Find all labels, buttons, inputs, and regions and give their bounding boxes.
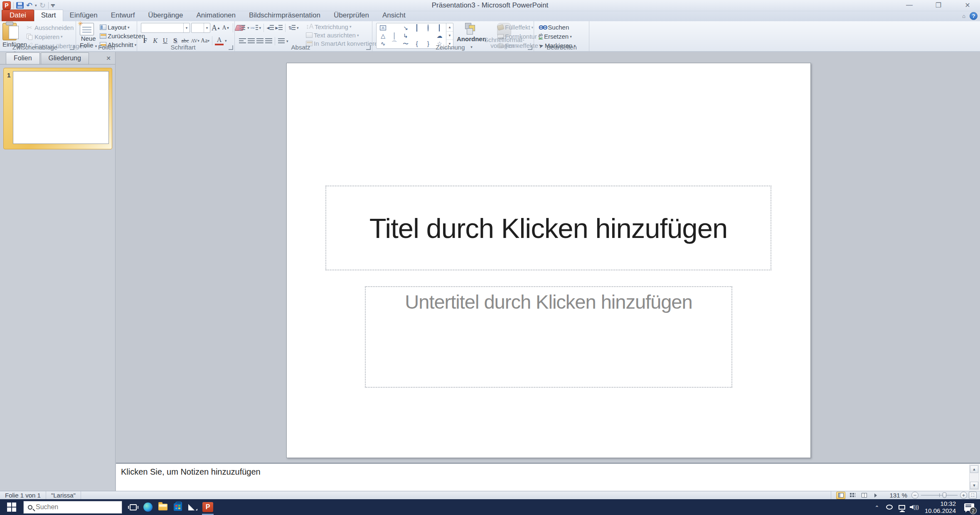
help-icon[interactable]: ? — [970, 12, 978, 20]
notes-scrollbar[interactable]: ▲ ▼ — [969, 465, 979, 490]
gallery-scroll-down-icon[interactable]: ▼ — [446, 32, 453, 40]
clock[interactable]: 10:32 10.06.2024 — [921, 500, 959, 514]
tray-expand-icon[interactable]: ⌃ — [872, 500, 882, 515]
zeichnung-dialog-launcher[interactable] — [528, 45, 532, 50]
text-box-icon[interactable]: A — [380, 25, 386, 30]
increase-indent-icon[interactable]: ▶ — [275, 24, 283, 32]
search-icon — [28, 505, 32, 510]
binoculars-icon: ΘΘ — [539, 24, 547, 31]
undo-dropdown-icon[interactable]: ▾ — [35, 3, 37, 7]
line-spacing-icon[interactable]: ⇅ — [288, 24, 295, 32]
absatz-dialog-launcher[interactable] — [366, 45, 371, 50]
system-tray: ⌃ ))) 10:32 10.06.2024 2 — [872, 499, 980, 515]
zoom-in-button[interactable]: + — [960, 492, 967, 499]
chevron-down-icon: ▾ — [183, 23, 190, 32]
zoom-slider-thumb[interactable] — [943, 493, 946, 498]
group-schriftart: ▾ ▾ A▲ A▼ F K U S abc AV▾ Aa▾ A ▾ Schrif… — [138, 21, 235, 51]
tab-ueberpruefen[interactable]: Überprüfen — [327, 10, 376, 21]
oval-shape-icon[interactable] — [428, 25, 428, 31]
font-color-dropdown-icon[interactable]: ▾ — [225, 39, 227, 43]
tab-ansicht[interactable]: Ansicht — [376, 10, 412, 21]
task-view-button[interactable] — [126, 499, 140, 515]
undo-icon[interactable]: ↶ — [26, 2, 32, 9]
status-bar: Folie 1 von 1 "Larissa" 131 % − + ⛶ — [0, 491, 980, 499]
zwischenablage-dialog-launcher[interactable] — [70, 45, 74, 50]
slide-thumbnail-selected[interactable]: 1 — [3, 68, 112, 149]
quick-access-toolbar: P ↶ ▾ ↻ ▬▾ — [0, 1, 55, 10]
chevron-down-icon: ▾ — [204, 23, 210, 32]
schriftart-dialog-launcher[interactable] — [229, 45, 233, 50]
replace-button[interactable]: abac Ersetzen▾ — [539, 33, 576, 40]
minimize-button[interactable]: — — [900, 1, 918, 9]
mail-button[interactable] — [185, 499, 200, 515]
powerpoint-taskbar-button[interactable]: P — [200, 499, 215, 515]
notifications-button[interactable]: 2 — [961, 499, 978, 515]
volume-icon[interactable]: ))) — [909, 499, 920, 515]
notes-pane[interactable]: Klicken Sie, um Notizen hinzuzufügen ▲ ▼ — [116, 463, 980, 491]
scroll-down-icon[interactable]: ▼ — [970, 482, 978, 489]
customize-qat-icon[interactable]: ▬▾ — [51, 3, 55, 7]
find-button[interactable]: ΘΘ Suchen — [539, 24, 576, 31]
tab-animationen[interactable]: Animationen — [190, 10, 242, 21]
triangle-shape-icon[interactable]: △ — [381, 33, 385, 39]
group-zeichnung: A ↘ △ ↳ ☁ ∿ ⌒ 〜 { } ☆ — [373, 21, 534, 51]
zoom-level[interactable]: 131 % — [885, 492, 911, 499]
slide-counter[interactable]: Folie 1 von 1 — [0, 491, 46, 499]
cloud-shape-icon[interactable]: ☁ — [436, 33, 442, 39]
zoom-slider[interactable] — [921, 492, 958, 499]
tab-start[interactable]: Start — [34, 10, 63, 21]
decrease-indent-icon[interactable]: ◀ — [266, 24, 274, 32]
onedrive-icon[interactable] — [884, 499, 895, 515]
scroll-up-icon[interactable]: ▲ — [970, 465, 978, 473]
ribbon-tab-row: Datei Start Einfügen Entwurf Übergänge A… — [0, 11, 980, 21]
powerpoint-app-icon[interactable]: P — [2, 1, 11, 10]
file-explorer-button[interactable] — [155, 499, 170, 515]
title-placeholder[interactable]: Titel durch Klicken hinzufügen — [325, 186, 771, 270]
taskbar-search[interactable] — [23, 501, 122, 514]
search-input[interactable] — [36, 503, 106, 511]
layout-icon — [100, 25, 106, 30]
increase-font-button[interactable]: A▲ — [212, 23, 220, 32]
arrange-icon — [465, 23, 478, 35]
tab-einfuegen[interactable]: Einfügen — [63, 10, 104, 21]
task-view-icon — [130, 504, 137, 510]
edge-button[interactable] — [140, 499, 155, 515]
slide-canvas[interactable]: Titel durch Klicken hinzufügen Untertite… — [286, 63, 811, 458]
elbow-connector-icon[interactable] — [394, 33, 394, 39]
tab-entwurf[interactable]: Entwurf — [104, 10, 142, 21]
rounded-rectangle-shape-icon[interactable] — [439, 25, 440, 31]
store-button[interactable] — [170, 499, 185, 515]
elbow-arrow-connector-icon[interactable]: ↳ — [403, 33, 408, 39]
slideshow-view-button[interactable] — [871, 492, 880, 499]
tab-bildschirmpraesentation[interactable]: Bildschirmpräsentation — [242, 10, 327, 21]
slide-sorter-view-button[interactable] — [848, 492, 857, 499]
font-size-combo[interactable]: ▾ — [191, 23, 210, 33]
arrow-shape-icon[interactable]: ↘ — [403, 25, 408, 31]
theme-name[interactable]: "Larissa" — [46, 491, 81, 499]
fit-to-window-button[interactable]: ⛶ — [969, 492, 977, 499]
bullets-icon[interactable] — [239, 24, 246, 32]
gallery-scroll-up-icon[interactable]: ▲ — [446, 23, 453, 32]
tab-gliederung[interactable]: Gliederung — [41, 52, 89, 64]
save-icon[interactable] — [16, 2, 24, 9]
reading-view-button[interactable] — [859, 492, 869, 499]
close-button[interactable]: ✕ — [958, 1, 977, 9]
group-bearbeiten: ΘΘ Suchen abac Ersetzen▾ ➤ Markieren▾ Be… — [534, 21, 589, 51]
collapse-ribbon-icon[interactable]: ⌂ — [962, 13, 965, 19]
font-name-combo[interactable]: ▾ — [141, 23, 190, 33]
decrease-font-button[interactable]: A▼ — [222, 23, 230, 32]
copy-icon — [26, 33, 33, 40]
restore-button[interactable]: ❐ — [929, 1, 948, 9]
rectangle-shape-icon[interactable] — [416, 25, 417, 31]
subtitle-placeholder[interactable]: Untertitel durch Klicken hinzufügen — [365, 286, 732, 388]
divider — [13, 2, 14, 9]
tab-folien[interactable]: Folien — [6, 52, 40, 64]
tab-uebergaenge[interactable]: Übergänge — [141, 10, 190, 21]
normal-view-button[interactable] — [836, 492, 845, 499]
zoom-out-button[interactable]: − — [911, 492, 918, 499]
tab-datei[interactable]: Datei — [2, 10, 34, 21]
numbering-icon[interactable] — [251, 24, 258, 32]
start-button[interactable] — [0, 499, 23, 515]
close-icon[interactable]: ✕ — [106, 55, 111, 62]
network-icon[interactable] — [896, 499, 907, 515]
